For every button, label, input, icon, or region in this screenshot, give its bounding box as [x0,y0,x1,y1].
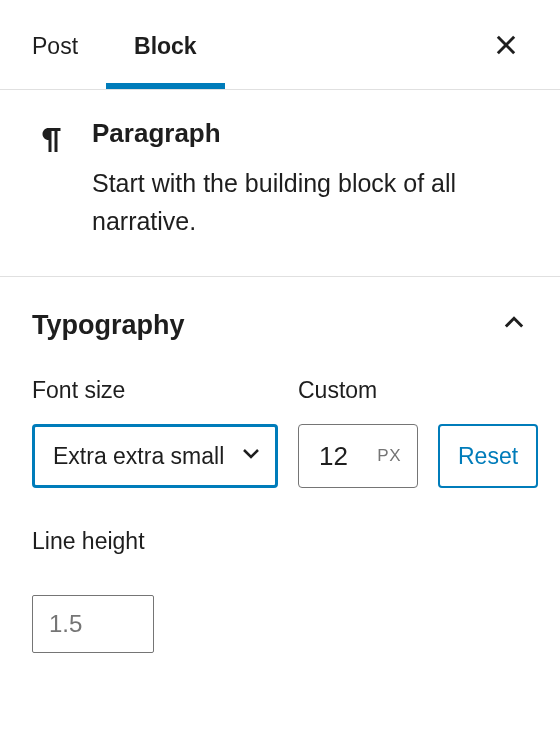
line-height-label: Line height [32,528,528,555]
block-info: Paragraph Start with the building block … [0,90,560,277]
line-height-input[interactable]: 1.5 [32,595,154,653]
font-size-row: Font size Extra extra small Custom 12 PX… [32,377,528,488]
line-height-field: Line height 1.5 [32,528,528,653]
tabs-bar: Post Block [0,0,560,90]
custom-value: 12 [319,441,348,472]
font-size-field: Font size Extra extra small [32,377,278,488]
typography-panel-header[interactable]: Typography [32,309,528,341]
custom-field: Custom 12 PX [298,377,418,488]
tab-post[interactable]: Post [32,1,106,88]
close-button[interactable] [484,23,528,67]
paragraph-icon [32,118,68,240]
custom-label: Custom [298,377,418,404]
block-description: Start with the building block of all nar… [92,165,528,240]
reset-button[interactable]: Reset [438,424,538,488]
custom-size-input[interactable]: 12 PX [298,424,418,488]
typography-panel: Typography Font size Extra extra small C… [0,277,560,685]
font-size-label: Font size [32,377,278,404]
tab-block[interactable]: Block [106,1,225,88]
reset-field: Reset [438,424,538,488]
typography-title: Typography [32,310,185,341]
block-title: Paragraph [92,118,528,149]
custom-unit: PX [377,446,401,466]
font-size-select[interactable]: Extra extra small [32,424,278,488]
chevron-down-icon [239,441,263,471]
font-size-value: Extra extra small [53,443,224,470]
close-icon [492,31,520,59]
block-text: Paragraph Start with the building block … [92,118,528,240]
chevron-up-icon [500,309,528,341]
